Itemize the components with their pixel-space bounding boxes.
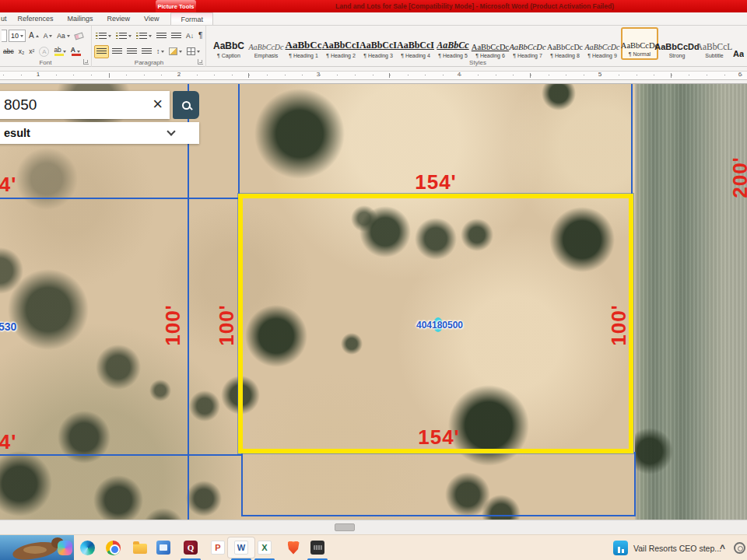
indent-icon — [171, 33, 181, 40]
line-spacing-glyph: ↕ — [156, 48, 160, 55]
style-heading7[interactable]: AaBbCcDc¶ Heading 7 — [509, 27, 546, 60]
increase-indent-button[interactable] — [170, 30, 183, 43]
superscript-button[interactable]: x² — [27, 45, 36, 58]
taskbar-dark-app-button[interactable] — [310, 540, 325, 555]
font-name-combo-cropped[interactable] — [2, 30, 7, 42]
justify-button[interactable] — [140, 45, 153, 58]
search-icon — [182, 101, 191, 110]
style-emphasis[interactable]: AaBbCcDcEmphasis — [247, 27, 285, 60]
tab-references[interactable]: References — [11, 12, 61, 25]
shading-button[interactable] — [167, 45, 184, 58]
style-heading8[interactable]: AaBbCcDc¶ Heading 8 — [546, 27, 584, 60]
font-color-button[interactable]: A — [69, 45, 82, 58]
tab-format-active[interactable]: Format — [170, 12, 213, 25]
horizontal-ruler[interactable]: 1 2 3 4 5 6 — [0, 67, 747, 83]
news-headline[interactable]: Vail Resorts CEO step... — [633, 535, 721, 560]
change-case-button[interactable]: Aa — [55, 30, 71, 43]
style-partial[interactable]: Aa — [733, 27, 744, 60]
clear-search-icon[interactable]: × — [153, 93, 163, 116]
tab-review[interactable]: Review — [100, 12, 138, 25]
bullets-button[interactable] — [94, 30, 113, 43]
style-sample: AaBbCc — [286, 39, 322, 51]
taskbar-brave-button[interactable] — [286, 540, 301, 555]
ruler-number: 2 — [177, 72, 181, 78]
grow-font-button[interactable]: A — [27, 30, 40, 43]
taskbar-excel-button[interactable]: X — [257, 540, 272, 555]
clear-formatting-button[interactable] — [73, 30, 85, 43]
text-effects-button[interactable]: A — [37, 45, 51, 58]
window-title: Land and Lots for Sale [Compatibility Mo… — [202, 0, 747, 12]
horizontal-scrollbar[interactable] — [0, 520, 747, 534]
search-input[interactable] — [0, 96, 109, 114]
dropdown-arrow-icon — [149, 35, 152, 37]
taskbar-quicken-button[interactable]: Q — [183, 540, 198, 555]
subscript-button[interactable]: x₂ — [17, 45, 26, 58]
neighbor-parcel-id-label: 530 — [0, 320, 16, 333]
word-window: Picture Tools Land and Lots for Sale [Co… — [0, 0, 747, 560]
scrollbar-thumb[interactable] — [335, 523, 355, 531]
font-size-combo[interactable]: 10 — [9, 30, 26, 42]
style-heading6[interactable]: AaBbCcDc¶ Heading 6 — [472, 27, 509, 60]
powerpoint-icon: P — [211, 541, 225, 555]
style-sample: AaBbCcDc — [509, 43, 545, 51]
show-marks-button[interactable]: ¶ — [197, 30, 204, 43]
shrink-font-button[interactable]: A — [42, 30, 54, 43]
align-right-button[interactable] — [125, 45, 139, 58]
cadastral-line-horizontal-upper — [0, 198, 239, 199]
paragraph-dialog-launcher[interactable] — [198, 59, 203, 65]
tray-overflow-chevron[interactable]: ^ — [720, 535, 725, 560]
borders-button[interactable] — [185, 45, 202, 58]
paragraph-group-label: Paragraph — [93, 59, 205, 66]
taskbar-word-button-active[interactable]: W — [233, 540, 249, 555]
ruler-number: 6 — [738, 72, 742, 78]
style-sample: AaBbCcDc — [621, 41, 658, 50]
taskbar-copilot-button[interactable] — [57, 540, 72, 555]
style-subtitle[interactable]: AaBbCcLSubtitle — [696, 27, 733, 60]
style-sample: AaBbCcI — [359, 40, 397, 51]
align-center-button[interactable] — [110, 45, 124, 58]
tab-mailings[interactable]: Mailings — [61, 12, 100, 25]
tray-status-icon[interactable] — [734, 542, 745, 554]
chrome-icon — [106, 541, 121, 555]
search-result-bar[interactable]: esult — [0, 122, 199, 144]
numbered-list-icon — [116, 32, 127, 40]
quicken-icon: Q — [184, 541, 198, 555]
style-heading9[interactable]: AaBbCcDc¶ Heading 9 — [584, 27, 621, 60]
strikethrough-button[interactable]: abc — [2, 45, 16, 58]
tab-layout-cropped[interactable]: ut — [0, 12, 11, 25]
style-heading3[interactable]: AaBbCcI¶ Heading 3 — [359, 27, 397, 60]
style-heading1[interactable]: AaBbCc¶ Heading 1 — [285, 27, 322, 60]
style-caption[interactable]: AaBbC¶ Caption — [210, 27, 247, 60]
align-left-button[interactable] — [94, 45, 109, 58]
tab-view[interactable]: View — [137, 12, 166, 25]
dimension-label-left-outer: 100' — [163, 304, 183, 346]
style-heading2[interactable]: AaBbCcI¶ Heading 2 — [322, 27, 359, 60]
decrease-indent-button[interactable] — [155, 30, 168, 43]
news-widget-icon[interactable] — [613, 541, 628, 555]
road-strip — [635, 84, 747, 520]
style-sample: AaBbC — [213, 40, 244, 51]
multilevel-list-button[interactable] — [135, 30, 153, 43]
dropdown-arrow-icon — [77, 51, 80, 53]
taskbar-media-app-button[interactable] — [156, 540, 171, 555]
style-heading5[interactable]: AaBbCc¶ Heading 5 — [434, 27, 472, 60]
chevron-down-icon[interactable] — [167, 127, 175, 135]
taskbar-powerpoint-button[interactable]: P — [210, 540, 226, 555]
search-button[interactable] — [173, 91, 199, 119]
taskbar-edge-button[interactable] — [79, 540, 95, 555]
font-dialog-launcher[interactable] — [83, 59, 89, 65]
numbering-button[interactable] — [114, 30, 133, 43]
highlight-color-button[interactable]: ab — [52, 45, 67, 58]
style-heading4[interactable]: AaBbCcI¶ Heading 4 — [397, 27, 434, 60]
satellite-map-image[interactable]: 154' 154' 100' 100' 100' 200' 4' 4' 4041… — [0, 84, 747, 520]
line-spacing-button[interactable]: ↕ — [155, 45, 166, 58]
taskbar-chrome-button[interactable] — [105, 540, 121, 555]
align-left-icon — [96, 48, 107, 55]
style-normal-selected[interactable]: AaBbCcDc¶ Normal — [621, 27, 658, 60]
paragraph-group: A↓ ¶ ↕ Paragraph — [93, 26, 206, 67]
folder-icon — [133, 544, 147, 554]
bullet-list-icon — [96, 32, 107, 40]
sort-button[interactable]: A↓ — [184, 30, 195, 43]
taskbar-file-explorer-button[interactable] — [132, 540, 148, 555]
style-strong[interactable]: AaBbCcDdStrong — [658, 27, 696, 60]
